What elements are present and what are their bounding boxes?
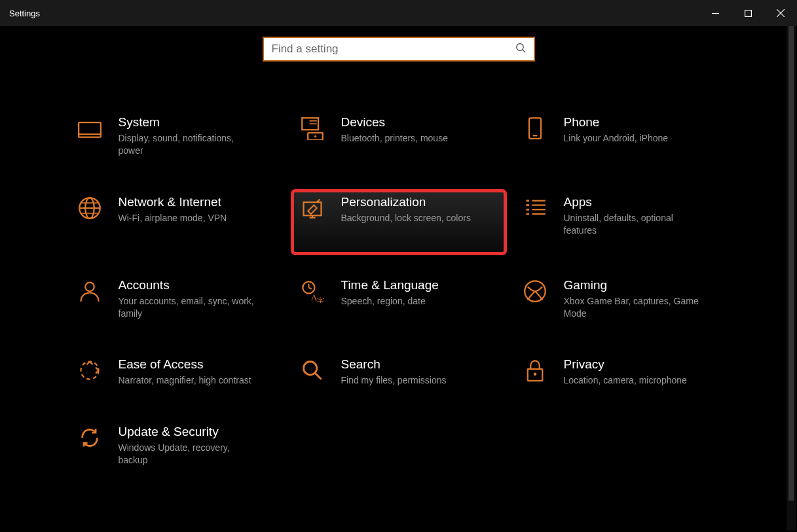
personalization-icon bbox=[301, 196, 324, 220]
tile-desc: Windows Update, recovery, backup bbox=[119, 442, 256, 467]
tile-apps[interactable]: AppsUninstall, defaults, optional featur… bbox=[517, 192, 726, 252]
tile-desc: Wi-Fi, airplane mode, VPN bbox=[119, 212, 227, 224]
tile-text: PersonalizationBackground, lock screen, … bbox=[341, 195, 471, 224]
tile-title: Time & Language bbox=[341, 278, 439, 293]
tile-text: SearchFind my files, permissions bbox=[341, 357, 447, 387]
tile-text: GamingXbox Game Bar, captures, Game Mode bbox=[564, 278, 701, 320]
tile-devices[interactable]: DevicesBluetooth, printers, mouse bbox=[294, 113, 504, 169]
tile-text: PhoneLink your Android, iPhone bbox=[564, 115, 669, 145]
devices-icon bbox=[301, 116, 324, 140]
tile-desc: Xbox Game Bar, captures, Game Mode bbox=[564, 295, 701, 320]
accounts-icon bbox=[78, 279, 102, 303]
network-icon bbox=[78, 196, 102, 220]
tile-text: Ease of AccessNarrator, magnifier, high … bbox=[119, 357, 251, 387]
tile-text: PrivacyLocation, camera, microphone bbox=[564, 357, 687, 387]
tile-title: Search bbox=[341, 357, 447, 372]
tile-title: Devices bbox=[341, 115, 448, 130]
tile-text: Network & InternetWi-Fi, airplane mode, … bbox=[119, 195, 227, 224]
tile-title: System bbox=[119, 115, 256, 130]
tile-system[interactable]: SystemDisplay, sound, notifications, pow… bbox=[71, 113, 281, 169]
tile-search[interactable]: SearchFind my files, permissions bbox=[294, 355, 504, 399]
tile-gaming[interactable]: GamingXbox Game Bar, captures, Game Mode bbox=[517, 275, 726, 332]
tile-title: Personalization bbox=[341, 195, 471, 209]
settings-grid: SystemDisplay, sound, notifications, pow… bbox=[59, 113, 738, 478]
tile-text: DevicesBluetooth, printers, mouse bbox=[341, 115, 448, 145]
tile-personalization[interactable]: PersonalizationBackground, lock screen, … bbox=[294, 192, 504, 252]
minimize-button[interactable] bbox=[699, 0, 732, 26]
time-icon bbox=[301, 279, 324, 303]
update-icon bbox=[78, 426, 102, 450]
tile-desc: Speech, region, date bbox=[341, 295, 439, 308]
tile-text: AppsUninstall, defaults, optional featur… bbox=[564, 195, 701, 237]
tile-desc: Background, lock screen, colors bbox=[341, 212, 471, 224]
tile-desc: Find my files, permissions bbox=[341, 374, 447, 387]
svg-point-4 bbox=[516, 44, 523, 50]
apps-icon bbox=[523, 196, 547, 220]
search-box[interactable] bbox=[263, 37, 535, 62]
tile-desc: Bluetooth, printers, mouse bbox=[341, 132, 448, 145]
tile-text: Update & SecurityWindows Update, recover… bbox=[119, 425, 256, 467]
maximize-button[interactable] bbox=[732, 0, 764, 26]
phone-icon bbox=[523, 116, 547, 140]
tile-desc: Uninstall, defaults, optional features bbox=[564, 212, 701, 237]
tile-title: Apps bbox=[564, 195, 701, 209]
tile-title: Network & Internet bbox=[119, 195, 227, 209]
vertical-scrollbar[interactable] bbox=[787, 26, 796, 531]
maximize-icon bbox=[745, 10, 752, 17]
tile-title: Phone bbox=[564, 115, 669, 130]
window-title: Settings bbox=[9, 9, 40, 18]
gaming-icon bbox=[523, 279, 547, 303]
scrollbar-thumb[interactable] bbox=[788, 26, 794, 501]
window-controls bbox=[699, 0, 797, 26]
tile-phone[interactable]: PhoneLink your Android, iPhone bbox=[517, 113, 726, 169]
tile-desc: Location, camera, microphone bbox=[564, 374, 687, 387]
tile-desc: Narrator, magnifier, high contrast bbox=[119, 374, 251, 387]
ease-icon bbox=[78, 359, 102, 382]
tile-network[interactable]: Network & InternetWi-Fi, airplane mode, … bbox=[71, 192, 281, 252]
search-icon bbox=[515, 43, 526, 56]
search-input[interactable] bbox=[272, 43, 515, 56]
privacy-icon bbox=[523, 359, 547, 382]
tile-desc: Link your Android, iPhone bbox=[564, 132, 669, 145]
system-icon bbox=[78, 116, 102, 140]
close-icon bbox=[777, 9, 785, 17]
tile-title: Gaming bbox=[564, 278, 701, 293]
tile-update[interactable]: Update & SecurityWindows Update, recover… bbox=[71, 422, 281, 478]
tile-text: SystemDisplay, sound, notifications, pow… bbox=[119, 115, 256, 157]
close-button[interactable] bbox=[764, 0, 797, 26]
tile-time[interactable]: Time & LanguageSpeech, region, date bbox=[294, 275, 504, 332]
tile-title: Privacy bbox=[564, 357, 687, 372]
tile-title: Accounts bbox=[119, 278, 256, 293]
tile-text: Time & LanguageSpeech, region, date bbox=[341, 278, 439, 308]
tile-accounts[interactable]: AccountsYour accounts, email, sync, work… bbox=[71, 275, 281, 332]
svg-line-5 bbox=[523, 50, 525, 52]
tile-title: Ease of Access bbox=[119, 357, 251, 372]
tile-text: AccountsYour accounts, email, sync, work… bbox=[119, 278, 256, 320]
tile-ease[interactable]: Ease of AccessNarrator, magnifier, high … bbox=[71, 355, 281, 399]
titlebar: Settings bbox=[0, 0, 797, 26]
tile-privacy[interactable]: PrivacyLocation, camera, microphone bbox=[517, 355, 726, 399]
search-icon bbox=[301, 359, 324, 382]
minimize-icon bbox=[712, 10, 719, 17]
tile-desc: Your accounts, email, sync, work, family bbox=[119, 295, 256, 320]
tile-title: Update & Security bbox=[119, 425, 256, 439]
tile-desc: Display, sound, notifications, power bbox=[119, 132, 256, 157]
svg-rect-1 bbox=[745, 10, 751, 16]
search-container bbox=[0, 37, 797, 62]
